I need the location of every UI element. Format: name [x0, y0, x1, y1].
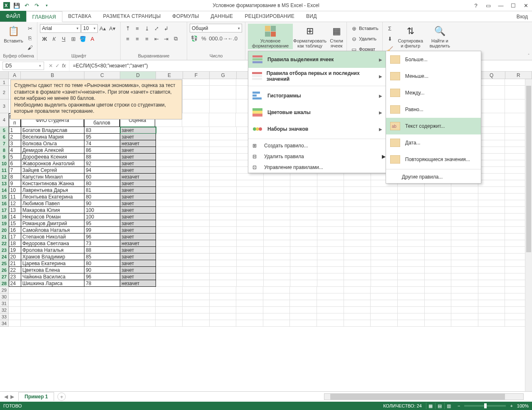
cell[interactable]: [425, 293, 452, 300]
cell[interactable]: зачет: [120, 273, 156, 280]
cell[interactable]: [371, 320, 398, 327]
cell[interactable]: Фролова Наталья: [21, 247, 84, 253]
row-header[interactable]: 2: [0, 86, 9, 99]
cell[interactable]: [371, 214, 398, 220]
cell[interactable]: [264, 273, 291, 280]
cell[interactable]: Цветкова Елена: [21, 267, 84, 273]
cell[interactable]: [9, 320, 21, 327]
cell[interactable]: [210, 273, 237, 280]
rule-between[interactable]: Между...: [386, 84, 481, 101]
cell[interactable]: [317, 200, 344, 207]
rule-duplicate-values[interactable]: Повторяющиеся значения...: [386, 151, 481, 168]
view-page-break-icon[interactable]: ▥: [444, 403, 453, 409]
cell[interactable]: [478, 267, 505, 273]
row-header[interactable]: 14: [0, 187, 9, 194]
sheet-tab-active[interactable]: Пример 1: [18, 392, 54, 401]
cell[interactable]: 14: [9, 214, 21, 220]
cell[interactable]: [263, 313, 290, 320]
cell[interactable]: 96: [84, 234, 120, 240]
zoom-level[interactable]: 100%: [517, 403, 529, 408]
cell[interactable]: [264, 214, 291, 220]
cell[interactable]: зачет: [120, 134, 156, 140]
cell[interactable]: [451, 273, 478, 280]
cell[interactable]: [210, 187, 237, 194]
row-header[interactable]: 17: [0, 207, 9, 214]
row-header[interactable]: 23: [0, 247, 9, 253]
cell[interactable]: зачет: [120, 220, 156, 227]
cell[interactable]: [9, 287, 21, 293]
cell[interactable]: Капустин Михаил: [21, 174, 84, 180]
cell[interactable]: [290, 287, 317, 293]
cell[interactable]: зачет: [120, 127, 156, 134]
cell[interactable]: [290, 273, 317, 280]
row-header[interactable]: 10: [0, 160, 9, 167]
name-box[interactable]: D5▾: [2, 62, 44, 70]
cell[interactable]: [344, 220, 371, 227]
cell[interactable]: [156, 154, 183, 160]
cell[interactable]: [344, 180, 371, 187]
cell[interactable]: 83: [84, 127, 120, 134]
cell[interactable]: [478, 287, 505, 293]
cell[interactable]: [478, 200, 505, 207]
cell[interactable]: [425, 253, 452, 260]
cell[interactable]: [120, 313, 156, 320]
cell[interactable]: [210, 267, 237, 273]
row-header[interactable]: 20: [0, 227, 9, 234]
percent-icon[interactable]: %: [199, 34, 208, 43]
cell[interactable]: [317, 313, 344, 320]
cell[interactable]: [425, 240, 452, 247]
cell[interactable]: зачет: [120, 247, 156, 253]
indent-inc-icon[interactable]: ⇥: [161, 34, 171, 43]
row-header[interactable]: 16: [0, 200, 9, 207]
conditional-formatting-button[interactable]: Условное форматирование: [248, 24, 293, 49]
cell[interactable]: [210, 180, 237, 187]
cell[interactable]: [478, 300, 505, 307]
cell[interactable]: [398, 293, 425, 300]
sheet-nav-prev-icon[interactable]: ◀: [4, 394, 8, 400]
cell[interactable]: [371, 300, 398, 307]
cell[interactable]: [398, 187, 425, 194]
cell[interactable]: [210, 194, 237, 200]
view-page-layout-icon[interactable]: ▤: [435, 403, 444, 409]
cell[interactable]: [236, 300, 263, 307]
cell[interactable]: зачет: [120, 194, 156, 200]
cell[interactable]: [210, 307, 237, 313]
cell[interactable]: Степанов Николай: [21, 234, 84, 240]
cell[interactable]: [451, 307, 478, 313]
cell[interactable]: [237, 187, 264, 194]
cell[interactable]: [478, 234, 505, 240]
find-select-button[interactable]: 🔍 Найти и выделить: [427, 24, 453, 49]
cell[interactable]: [425, 307, 452, 313]
cell[interactable]: 90: [84, 200, 120, 207]
cell[interactable]: [344, 240, 371, 247]
cell[interactable]: [156, 240, 183, 247]
cell[interactable]: [183, 267, 210, 273]
cf-icon-sets[interactable]: Наборы значков▶: [248, 121, 386, 137]
cell[interactable]: [344, 260, 371, 267]
cell[interactable]: зачет: [120, 234, 156, 240]
cell[interactable]: 100: [84, 207, 120, 214]
cell[interactable]: [183, 260, 210, 267]
cell[interactable]: [317, 320, 344, 327]
fx-icon[interactable]: fx: [62, 63, 66, 69]
cell[interactable]: [371, 307, 398, 313]
cell[interactable]: [290, 280, 317, 287]
cell[interactable]: [264, 260, 291, 267]
cell[interactable]: [120, 293, 156, 300]
cell[interactable]: [317, 207, 344, 214]
cell[interactable]: [317, 187, 344, 194]
cell[interactable]: [425, 227, 452, 234]
copy-icon[interactable]: ⎘: [25, 33, 35, 42]
cell[interactable]: [478, 307, 505, 313]
cell[interactable]: [84, 320, 120, 327]
row-header[interactable]: 3: [0, 99, 9, 113]
cell[interactable]: [264, 187, 291, 194]
cell[interactable]: [478, 180, 505, 187]
cell[interactable]: незачет: [120, 174, 156, 180]
cell[interactable]: [210, 234, 237, 240]
cell[interactable]: Некрасов Роман: [21, 214, 84, 220]
cell[interactable]: [210, 240, 237, 247]
cell[interactable]: [263, 287, 290, 293]
cell[interactable]: [425, 267, 452, 273]
cell[interactable]: [210, 280, 237, 287]
